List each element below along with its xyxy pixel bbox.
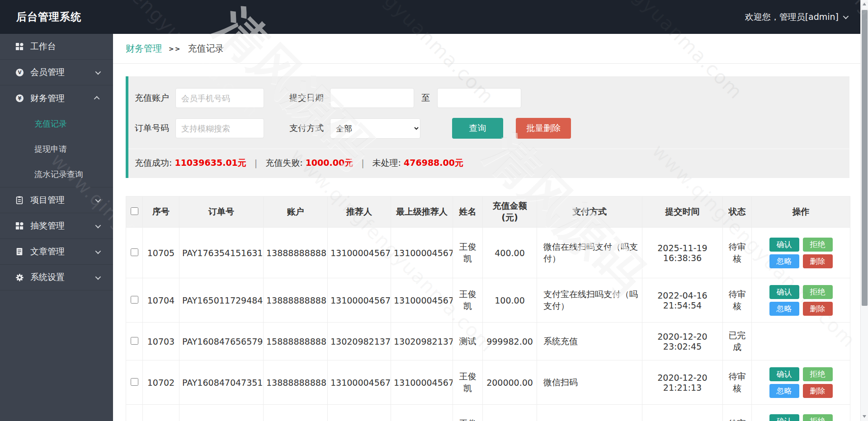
sidebar-item-withdraw-requests[interactable]: 提现申请 [0, 136, 113, 162]
cell-name: 王俊凯 [453, 278, 483, 323]
delete-button[interactable]: 删除 [803, 384, 833, 398]
cell-top-referrer: 13100004567 [391, 278, 453, 323]
delete-button[interactable]: 删除 [803, 302, 833, 316]
cell-name: 王俊凯 [453, 228, 483, 278]
sidebar-item-label: 流水记录查询 [34, 169, 83, 180]
chevron-down-icon [95, 196, 101, 202]
cell-amount: 100.00 [483, 278, 537, 323]
status-badge: 待审核 [723, 228, 752, 278]
cell-amount: 400.00 [483, 228, 537, 278]
col-top-referrer: 最上级推荐人 [391, 196, 453, 228]
chevron-down-icon [95, 222, 101, 228]
breadcrumb: 财务管理 >> 充值记录 [113, 34, 860, 64]
clipboard-icon [15, 196, 24, 205]
grid-icon [15, 221, 24, 230]
ignore-button[interactable]: 忽略 [769, 254, 799, 268]
select-all-checkbox[interactable] [131, 207, 138, 215]
pay-method-label: 支付方式 [289, 122, 324, 134]
cell-referrer: 13020982137 [328, 323, 391, 360]
confirm-button[interactable]: 确认 [769, 238, 799, 252]
sidebar-item-workbench[interactable]: 工作台 [0, 34, 113, 60]
reject-button[interactable]: 拒绝 [803, 285, 833, 299]
cell-name: 测试 [453, 323, 483, 360]
cell-pay-method: 微信在线扫吗支付（吗支付） [537, 228, 642, 278]
sidebar-item-members[interactable]: V 会员管理 [0, 60, 113, 85]
row-checkbox[interactable] [131, 248, 138, 256]
confirm-button[interactable]: 确认 [769, 367, 799, 381]
cell-order-no: PAY1608470473516 [179, 360, 264, 405]
member-circle-icon: V [15, 68, 24, 77]
table-row: 10705 PAY1763541516314 13888888888 13100… [126, 228, 850, 278]
app-title: 后台管理系统 [16, 10, 81, 24]
order-label: 订单号码 [135, 122, 169, 134]
row-checkbox[interactable] [131, 378, 138, 386]
breadcrumb-separator: >> [169, 45, 181, 52]
sidebar-item-projects[interactable]: 项目管理 [0, 187, 113, 213]
cell-referrer: 13100004567 [328, 278, 391, 323]
stat-pending-value: 476988.00元 [404, 157, 463, 169]
scrollbar-up-arrow-icon[interactable] [863, 3, 866, 5]
cell-amount: 200000.00 [483, 360, 537, 405]
cell-order-no: PAY1650117294846 [179, 278, 264, 323]
user-menu[interactable]: 欢迎您，管理员[admin] [745, 11, 847, 23]
cell-time: 2020-12-20 21:21:09 [642, 405, 723, 421]
date-from-input[interactable] [330, 88, 414, 108]
cell-referrer: 13100004567 [328, 228, 391, 278]
reject-button[interactable]: 拒绝 [803, 414, 833, 421]
cell-account: 13888888888 [264, 360, 328, 405]
order-input[interactable] [175, 118, 264, 138]
vertical-scrollbar[interactable] [860, 0, 868, 421]
account-input[interactable] [175, 88, 264, 108]
document-icon [15, 247, 24, 256]
chevron-down-icon [843, 14, 849, 19]
cell-time: 2020-12-20 23:02:45 [642, 323, 723, 360]
sidebar-item-flow-records[interactable]: 流水记录查询 [0, 162, 113, 187]
status-badge: 待审核 [723, 360, 752, 405]
cell-name: 王俊凯 [453, 405, 483, 421]
cell-account: 13888888888 [264, 278, 328, 323]
ignore-button[interactable]: 忽略 [769, 302, 799, 316]
sidebar-item-articles[interactable]: 文章管理 [0, 239, 113, 265]
top-bar: 后台管理系统 欢迎您，管理员[admin] [0, 0, 868, 34]
sidebar-item-recharge-records[interactable]: 充值记录 [0, 111, 113, 136]
scrollbar-down-arrow-icon[interactable] [863, 415, 866, 418]
confirm-button[interactable]: 确认 [769, 414, 799, 421]
date-to-input[interactable] [437, 88, 521, 108]
breadcrumb-current: 充值记录 [188, 42, 224, 55]
cell-amount: 200000.00 [483, 405, 537, 421]
table-row: 10702 PAY1608470473516 13888888888 13100… [126, 360, 850, 405]
table-row: 10703 PAY1608476565794 15888888888 13020… [126, 323, 850, 360]
stats-bar: 充值成功: 11039635.01元 | 充值失败: 1000.00元 | 未处… [128, 149, 849, 178]
status-badge: 已完成 [723, 323, 752, 360]
delete-button[interactable]: 删除 [803, 254, 833, 268]
cell-top-referrer: 13100004567 [391, 228, 453, 278]
sidebar-item-lottery[interactable]: 抽奖管理 [0, 213, 113, 239]
breadcrumb-parent[interactable]: 财务管理 [126, 42, 162, 55]
reject-button[interactable]: 拒绝 [803, 238, 833, 252]
pay-method-select[interactable]: 全部 [330, 118, 420, 139]
sidebar-item-finance[interactable]: ¥ 财务管理 [0, 85, 113, 111]
ignore-button[interactable]: 忽略 [769, 384, 799, 398]
sidebar-item-settings[interactable]: 系统设置 [0, 265, 113, 290]
cell-name: 王俊凯 [453, 360, 483, 405]
row-checkbox[interactable] [131, 337, 138, 345]
col-pay-method: 支付方式 [537, 196, 642, 228]
date-to-label: 至 [421, 92, 430, 104]
scrollbar-thumb[interactable] [862, 10, 868, 306]
confirm-button[interactable]: 确认 [769, 285, 799, 299]
cell-pay-method: 系统充值 [537, 323, 642, 360]
search-button[interactable]: 查询 [452, 118, 503, 139]
batch-delete-button[interactable]: 批量删除 [516, 118, 571, 139]
cell-order-no: PAY1608476565794 [179, 323, 264, 360]
finance-submenu: 充值记录 提现申请 流水记录查询 [0, 111, 113, 187]
reject-button[interactable]: 拒绝 [803, 367, 833, 381]
row-checkbox[interactable] [131, 296, 138, 304]
stat-success-value: 11039635.01元 [175, 157, 246, 169]
cell-referrer: 13100004567 [328, 405, 391, 421]
sidebar-item-label: 工作台 [30, 41, 56, 52]
cell-seq: 10703 [143, 323, 179, 360]
col-time: 提交时间 [642, 196, 723, 228]
cell-time: 2025-11-19 16:38:36 [642, 228, 723, 278]
records-table: 序号 订单号 账户 推荐人 最上级推荐人 姓名 充值金额(元) 支付方式 提交时… [126, 196, 850, 421]
col-name: 姓名 [453, 196, 483, 228]
